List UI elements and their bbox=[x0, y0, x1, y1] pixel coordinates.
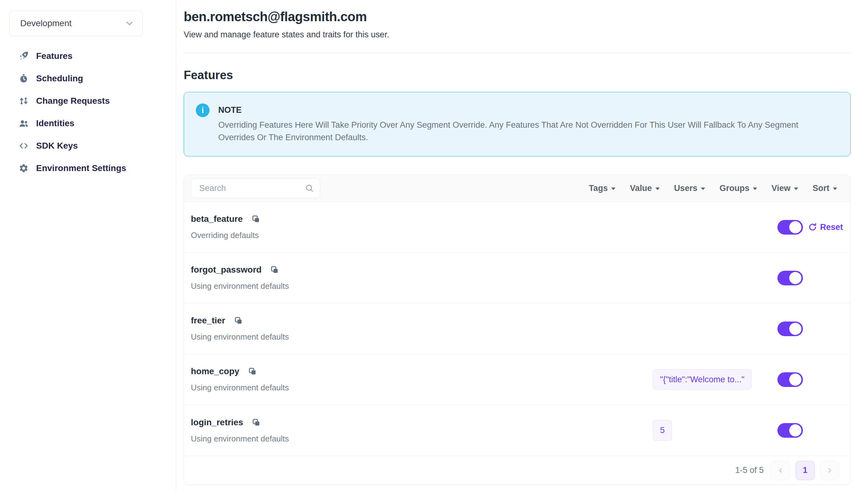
filter-label: Value bbox=[630, 183, 652, 193]
feature-name: free_tier bbox=[191, 316, 225, 325]
caret-down-icon bbox=[753, 187, 757, 190]
feature-value-column: 5 bbox=[653, 420, 764, 440]
search-box bbox=[191, 178, 320, 198]
sidebar-item-features[interactable]: Features bbox=[0, 45, 176, 67]
change-requests-icon bbox=[18, 96, 29, 106]
sidebar-item-label: Features bbox=[36, 51, 72, 61]
features-toolbar: Tags Value Users Groups View Sort bbox=[184, 175, 850, 202]
feature-value-chip[interactable]: "{"title":"Welcome to..." bbox=[653, 369, 751, 390]
feature-info: beta_feature Overriding defaults bbox=[191, 214, 653, 240]
filter-label: View bbox=[772, 183, 790, 193]
toggle-knob bbox=[789, 424, 801, 436]
filter-value[interactable]: Value bbox=[630, 183, 660, 193]
feature-row-beta_feature[interactable]: beta_feature Overriding defaults Reset bbox=[184, 202, 850, 253]
toggle-knob bbox=[789, 323, 801, 335]
refresh-icon bbox=[808, 223, 817, 232]
note-content: NOTE Overriding Features Here Will Take … bbox=[218, 104, 807, 144]
sidebar: Development Features bbox=[0, 0, 176, 491]
copy-icon[interactable] bbox=[248, 367, 257, 376]
pagination-next-button[interactable] bbox=[820, 461, 839, 480]
toggle-knob bbox=[789, 272, 801, 284]
copy-icon[interactable] bbox=[252, 418, 260, 427]
stopwatch-icon bbox=[18, 74, 29, 84]
reset-button[interactable]: Reset bbox=[808, 223, 843, 232]
feature-status: Overriding defaults bbox=[191, 231, 653, 240]
feature-toggle[interactable] bbox=[777, 271, 803, 285]
filter-groups[interactable]: Groups bbox=[719, 183, 757, 193]
feature-status: Using environment defaults bbox=[191, 383, 653, 393]
sidebar-item-label: Identities bbox=[36, 118, 74, 128]
environment-selector-value: Development bbox=[20, 19, 72, 28]
note-title: NOTE bbox=[218, 105, 807, 115]
caret-down-icon bbox=[794, 187, 798, 190]
environment-selector[interactable]: Development bbox=[9, 10, 143, 36]
note-body: Overriding Features Here Will Take Prior… bbox=[218, 119, 807, 144]
sidebar-item-environment-settings[interactable]: Environment Settings bbox=[0, 157, 176, 179]
sidebar-item-label: Environment Settings bbox=[36, 163, 126, 173]
sidebar-item-identities[interactable]: Identities bbox=[0, 112, 176, 135]
toggle-knob bbox=[789, 374, 801, 386]
filter-label: Tags bbox=[589, 183, 608, 193]
feature-name: forgot_password bbox=[191, 265, 261, 275]
filter-label: Sort bbox=[813, 183, 829, 193]
pagination-page-1[interactable]: 1 bbox=[796, 461, 815, 480]
feature-row-forgot_password[interactable]: forgot_password Using environment defaul… bbox=[184, 253, 850, 304]
filter-view[interactable]: View bbox=[772, 183, 798, 193]
code-icon bbox=[18, 141, 29, 151]
features-heading: Features bbox=[184, 68, 850, 82]
sidebar-nav: Features Scheduling Change bbox=[0, 45, 176, 179]
feature-status: Using environment defaults bbox=[191, 332, 653, 342]
caret-down-icon bbox=[655, 187, 660, 190]
pagination-prev-button[interactable] bbox=[771, 461, 790, 480]
copy-icon[interactable] bbox=[252, 215, 260, 223]
reset-slot: Reset bbox=[803, 223, 840, 232]
feature-toggle[interactable] bbox=[777, 372, 803, 387]
filter-label: Users bbox=[674, 183, 698, 193]
search-icon bbox=[305, 183, 314, 194]
pagination: 1-5 of 5 1 bbox=[184, 456, 850, 485]
note-callout: i NOTE Overriding Features Here Will Tak… bbox=[184, 92, 850, 156]
feature-name: home_copy bbox=[191, 366, 240, 376]
toggle-knob bbox=[789, 221, 801, 233]
feature-name: beta_feature bbox=[191, 214, 243, 224]
sidebar-item-label: Change Requests bbox=[36, 96, 110, 106]
feature-toggle[interactable] bbox=[777, 220, 803, 235]
info-icon: i bbox=[196, 104, 210, 117]
feature-value-chip[interactable]: 5 bbox=[653, 420, 672, 440]
feature-row-login_retries[interactable]: login_retries Using environment defaults… bbox=[184, 405, 850, 456]
feature-row-home_copy[interactable]: home_copy Using environment defaults "{"… bbox=[184, 354, 850, 405]
sidebar-item-change-requests[interactable]: Change Requests bbox=[0, 90, 176, 112]
sidebar-item-sdk-keys[interactable]: SDK Keys bbox=[0, 135, 176, 157]
chevron-down-icon bbox=[125, 19, 134, 28]
sidebar-item-scheduling[interactable]: Scheduling bbox=[0, 67, 176, 90]
feature-status: Using environment defaults bbox=[191, 434, 653, 444]
sidebar-item-label: Scheduling bbox=[36, 74, 83, 84]
feature-row-free_tier[interactable]: free_tier Using environment defaults bbox=[184, 304, 850, 354]
page-title: ben.rometsch@flagsmith.com bbox=[184, 9, 850, 24]
feature-status: Using environment defaults bbox=[191, 281, 653, 291]
caret-down-icon bbox=[701, 187, 705, 190]
feature-info: home_copy Using environment defaults bbox=[191, 366, 653, 393]
feature-value-column: "{"title":"Welcome to..." bbox=[653, 369, 764, 390]
copy-icon[interactable] bbox=[270, 265, 279, 274]
filter-sort[interactable]: Sort bbox=[813, 183, 837, 193]
rocket-icon bbox=[18, 51, 29, 61]
main-content: ben.rometsch@flagsmith.com View and mana… bbox=[177, 0, 868, 491]
filters: Tags Value Users Groups View Sort bbox=[589, 183, 837, 193]
feature-toggle[interactable] bbox=[777, 423, 803, 438]
filter-users[interactable]: Users bbox=[674, 183, 705, 193]
feature-toggle[interactable] bbox=[777, 321, 803, 336]
gear-icon bbox=[18, 163, 29, 173]
feature-info: free_tier Using environment defaults bbox=[191, 316, 653, 342]
pagination-summary: 1-5 of 5 bbox=[735, 465, 764, 475]
filter-label: Groups bbox=[719, 183, 749, 193]
features-panel: Tags Value Users Groups View Sort beta_f… bbox=[184, 174, 850, 485]
search-input[interactable] bbox=[191, 178, 320, 198]
feature-info: forgot_password Using environment defaul… bbox=[191, 265, 653, 291]
identities-icon bbox=[18, 118, 29, 129]
copy-icon[interactable] bbox=[234, 316, 243, 325]
caret-down-icon bbox=[833, 187, 837, 190]
page-subtitle: View and manage feature states and trait… bbox=[184, 30, 850, 39]
sidebar-item-label: SDK Keys bbox=[36, 141, 78, 151]
filter-tags[interactable]: Tags bbox=[589, 183, 616, 193]
